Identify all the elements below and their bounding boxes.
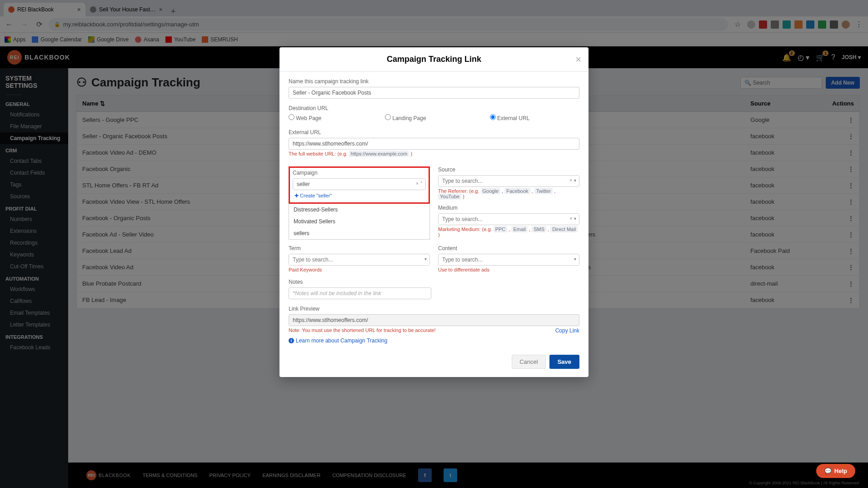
modal-body: Name this campaign tracking link Destina… bbox=[279, 72, 589, 350]
chevron-down-icon[interactable]: ▾ bbox=[574, 178, 576, 183]
label-medium: Medium bbox=[438, 205, 579, 211]
combo-source[interactable]: × ▾ bbox=[438, 175, 579, 187]
label-content: Content bbox=[438, 245, 579, 252]
input-content[interactable] bbox=[439, 254, 579, 265]
close-icon[interactable]: × bbox=[575, 54, 581, 65]
label-campaign: Campaign bbox=[293, 170, 426, 176]
clear-icon[interactable]: × bbox=[416, 181, 419, 186]
clear-icon[interactable]: × bbox=[569, 216, 572, 221]
help-button[interactable]: 💬Help bbox=[816, 464, 855, 478]
combo-medium[interactable]: × ▾ bbox=[438, 213, 579, 225]
dropdown-item[interactable]: Motivated Sellers bbox=[289, 216, 429, 227]
input-source[interactable] bbox=[439, 176, 579, 186]
create-option[interactable]: ✚ Create "seller" bbox=[293, 190, 426, 201]
modal-footer: Cancel Save bbox=[279, 350, 589, 377]
combo-campaign[interactable]: × ˄ bbox=[293, 178, 426, 190]
hint-medium: Marketing Medium: (e.g. PPC , Email , SM… bbox=[438, 226, 579, 237]
hint-content: Use to differentiate ads bbox=[438, 267, 579, 272]
dropdown-item[interactable]: sellers bbox=[289, 227, 429, 239]
chevron-up-icon[interactable]: ˄ bbox=[420, 181, 423, 186]
radio-landing[interactable]: Landing Page bbox=[385, 114, 426, 121]
input-notes[interactable] bbox=[289, 287, 431, 299]
modal-header: Campaign Tracking Link × bbox=[279, 47, 589, 72]
label-external-url: External URL bbox=[289, 129, 579, 136]
dropdown-campaign: Distressed-Sellers Motivated Sellers sel… bbox=[289, 204, 430, 240]
clear-icon[interactable]: × bbox=[569, 178, 572, 183]
chevron-down-icon[interactable]: ▾ bbox=[574, 257, 576, 262]
hint-term: Paid Keywords bbox=[289, 267, 430, 272]
chevron-down-icon[interactable]: ▾ bbox=[424, 257, 427, 262]
input-medium[interactable] bbox=[439, 214, 579, 225]
modal-campaign-link: Campaign Tracking Link × Name this campa… bbox=[279, 47, 589, 377]
radio-webpage[interactable]: Web Page bbox=[289, 114, 321, 121]
combo-toggle[interactable]: × ▾ bbox=[569, 178, 576, 183]
combo-content[interactable]: ▾ bbox=[438, 254, 579, 266]
chevron-down-icon[interactable]: ▾ bbox=[574, 216, 576, 221]
label-term: Term bbox=[289, 245, 430, 252]
cancel-button[interactable]: Cancel bbox=[512, 355, 545, 369]
input-preview bbox=[289, 314, 579, 326]
copy-link[interactable]: Copy Link bbox=[555, 327, 579, 334]
combo-term[interactable]: ▾ bbox=[289, 254, 430, 266]
input-campaign[interactable] bbox=[293, 179, 425, 190]
label-preview: Link Preview bbox=[289, 306, 579, 312]
input-name[interactable] bbox=[289, 87, 579, 99]
save-button[interactable]: Save bbox=[549, 355, 579, 369]
chat-icon: 💬 bbox=[824, 468, 832, 474]
hint-source: The Referrer: (e.g. Google , Facebook , … bbox=[438, 188, 579, 199]
label-source: Source bbox=[438, 166, 579, 173]
info-icon: i bbox=[289, 338, 294, 343]
hint-external-url: The full website URL: (e.g. https://www.… bbox=[289, 151, 579, 156]
combo-toggle[interactable]: × ˄ bbox=[416, 181, 423, 186]
radio-destination: Web Page Landing Page External URL bbox=[289, 114, 579, 124]
label-notes: Notes bbox=[289, 279, 579, 285]
combo-toggle[interactable]: × ▾ bbox=[569, 216, 576, 221]
learn-more-link[interactable]: iLearn more about Campaign Tracking bbox=[289, 337, 579, 344]
highlight-campaign: Campaign × ˄ ✚ Create "seller" bbox=[289, 166, 430, 204]
label-name: Name this campaign tracking link bbox=[289, 78, 579, 85]
dropdown-item[interactable]: Distressed-Sellers bbox=[289, 204, 429, 216]
radio-external[interactable]: External URL bbox=[490, 114, 530, 121]
input-external-url[interactable] bbox=[289, 138, 579, 150]
label-destination: Destination URL bbox=[289, 105, 579, 111]
input-term[interactable] bbox=[289, 254, 429, 265]
modal-title: Campaign Tracking Link bbox=[387, 55, 481, 64]
hint-preview: Note: You must use the shortened URL for… bbox=[289, 327, 436, 334]
